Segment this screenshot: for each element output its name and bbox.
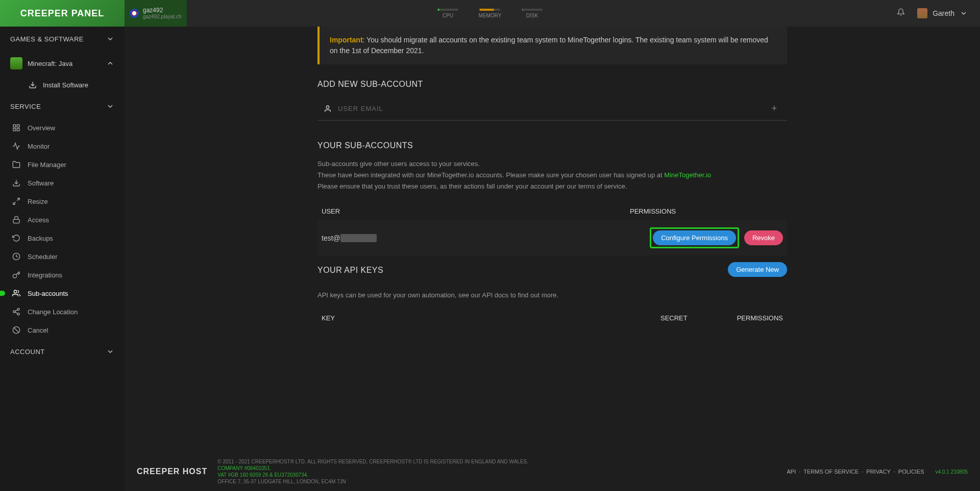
disk-gauge[interactable]: DISK [522,9,542,18]
col-secret: SECRET [660,314,712,322]
svg-point-10 [14,290,16,293]
activity-icon [12,142,20,150]
minetogether-link[interactable]: MineTogether.io [664,171,711,179]
svg-point-11 [17,308,19,310]
nav-change-location[interactable]: Change Location [0,302,125,321]
download-icon [29,81,37,89]
maximize-icon [12,197,20,205]
configure-permissions-button[interactable]: Configure Permissions [653,230,736,245]
footer-link-privacy[interactable]: PRIVACY [866,469,890,475]
sidebar-install-software[interactable]: Install Software [0,76,125,94]
sub-accounts-description: Sub-accounts give other users access to … [317,158,787,192]
chevron-down-icon [106,347,114,356]
nav-monitor[interactable]: Monitor [0,137,125,155]
table-row: test@xxxxx Configure Permissions Revoke [317,220,787,255]
sidebar: GAMES & SOFTWARE Minecraft: Java Install… [0,27,125,491]
important-callout: Important: You should migrate all accoun… [317,27,787,64]
server-info: gaz492 gaz492.playat.ch [143,7,182,19]
nav-integrations[interactable]: Integrations [0,266,125,284]
sidebar-section-games[interactable]: GAMES & SOFTWARE [0,27,125,51]
memory-gauge[interactable]: MEMORY [479,9,502,18]
rotate-icon [12,234,20,242]
resource-gauges: CPU MEMORY DISK [438,0,543,27]
server-tab[interactable]: gaz492 gaz492.playat.ch [125,0,187,27]
download-icon [12,179,20,187]
nav-resize[interactable]: Resize [0,192,125,211]
configure-highlight: Configure Permissions [650,227,739,248]
sidebar-section-service[interactable]: SERVICE [0,94,125,119]
svg-point-13 [17,313,19,315]
footer-link-api[interactable]: API [787,469,796,475]
chevron-up-icon [106,59,114,67]
lock-icon [12,216,20,224]
user-email-input[interactable] [338,105,761,112]
svg-point-18 [326,106,329,108]
footer-links: API · TERMS OF SERVICE · PRIVACY · POLIC… [787,469,968,475]
nav-cancel[interactable]: Cancel [0,321,125,339]
footer-legal: © 2011 - 2021 CREEPERHOST® LTD. ALL RIGH… [217,458,776,485]
server-name: gaz492 [143,7,182,14]
nav-scheduler[interactable]: Scheduler [0,247,125,266]
svg-rect-3 [17,128,19,131]
svg-rect-1 [13,125,16,127]
your-sub-accounts-title: YOUR SUB-ACCOUNTS [317,141,787,150]
nav-access[interactable]: Access [0,211,125,229]
folder-icon [12,160,20,169]
svg-line-15 [15,310,18,311]
user-menu[interactable]: Gareth [917,8,968,18]
col-user: USER [322,207,630,215]
clock-icon [12,252,20,261]
footer-link-policies[interactable]: POLICIES [898,469,924,475]
share-icon [12,308,20,316]
sidebar-game-minecraft[interactable]: Minecraft: Java [0,51,125,76]
avatar [917,8,927,18]
svg-rect-8 [13,219,19,223]
email-input-row: + [317,97,787,121]
server-host: gaz492.playat.ch [143,14,182,19]
api-description: API keys can be used for your own automa… [317,291,787,299]
add-user-button[interactable]: + [767,101,781,116]
cpu-gauge[interactable]: CPU [438,9,458,18]
chevron-down-icon [960,9,968,17]
notifications-icon[interactable] [897,8,905,18]
revoke-button[interactable]: Revoke [744,230,783,245]
col-permissions: PERMISSIONS [630,207,783,215]
svg-line-6 [17,198,19,201]
sidebar-section-account[interactable]: ACCOUNT [0,339,125,364]
callout-label: Important [330,36,363,44]
nav-backups[interactable]: Backups [0,229,125,247]
users-icon [12,289,20,297]
col-api-permissions: PERMISSIONS [712,314,783,322]
your-api-keys-title: YOUR API KEYS [317,266,383,275]
sub-accounts-table-header: USER PERMISSIONS [317,202,787,220]
svg-line-14 [15,312,18,314]
footer-link-tos[interactable]: TERMS OF SERVICE [803,469,859,475]
nav-overview[interactable]: Overview [0,119,125,137]
svg-point-12 [13,311,15,313]
user-name: Gareth [933,9,954,17]
svg-rect-4 [13,128,16,131]
chevron-down-icon [106,102,114,110]
footer: CREEPER HOST © 2011 - 2021 CREEPERHOST® … [125,452,980,491]
version: v4.0.1 210805 [936,469,968,475]
nav-file-manager[interactable]: File Manager [0,155,125,174]
topbar: CREEPER PANEL gaz492 gaz492.playat.ch CP… [0,0,980,27]
footer-logo: CREEPER HOST [137,467,207,476]
key-icon [12,271,20,279]
nav-sub-accounts[interactable]: Sub-accounts [0,284,125,302]
slash-icon [12,326,20,334]
svg-line-17 [14,328,18,332]
grid-icon [12,124,20,132]
chevron-down-icon [106,35,114,43]
generate-new-button[interactable]: Generate New [728,262,787,277]
add-sub-account-title: ADD NEW SUB-ACCOUNT [317,80,787,89]
main-content: Important: You should migrate all accoun… [125,27,980,491]
col-key: KEY [322,314,660,322]
nav-software[interactable]: Software [0,174,125,192]
user-area: Gareth [897,8,980,18]
svg-rect-2 [17,125,19,127]
logo[interactable]: CREEPER PANEL [0,0,125,27]
logo-text: CREEPER PANEL [20,8,105,19]
permission-actions: Configure Permissions Revoke [650,227,783,248]
minecraft-icon [10,57,22,69]
